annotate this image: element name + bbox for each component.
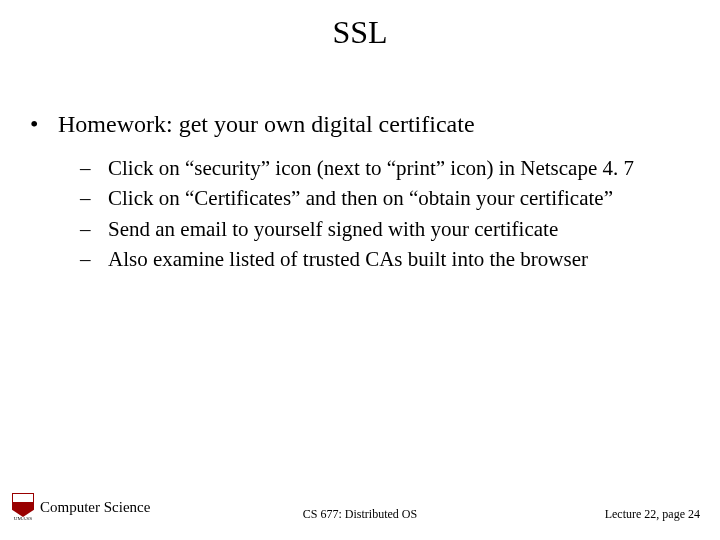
umass-logo-icon: UMASS (10, 492, 36, 522)
slide-content: • Homework: get your own digital certifi… (0, 51, 720, 273)
sub-bullet-text: Send an email to yourself signed with yo… (108, 215, 558, 243)
sub-bullet-text: Click on “security” icon (next to “print… (108, 154, 634, 182)
footer-department: Computer Science (40, 499, 150, 516)
footer-course: CS 677: Distributed OS (303, 507, 417, 522)
sub-bullet: – Send an email to yourself signed with … (80, 215, 690, 243)
slide-title: SSL (0, 0, 720, 51)
main-bullet: • Homework: get your own digital certifi… (30, 111, 690, 138)
footer-left: UMASS Computer Science (10, 492, 150, 522)
dash-marker: – (80, 245, 108, 273)
dash-marker: – (80, 154, 108, 182)
sub-bullet-list: – Click on “security” icon (next to “pri… (30, 146, 690, 273)
sub-bullet-text: Click on “Certificates” and then on “obt… (108, 184, 613, 212)
slide-footer: UMASS Computer Science CS 677: Distribut… (0, 492, 720, 522)
sub-bullet: – Click on “security” icon (next to “pri… (80, 154, 690, 182)
footer-page: Lecture 22, page 24 (605, 507, 700, 522)
dash-marker: – (80, 215, 108, 243)
main-bullet-text: Homework: get your own digital certifica… (58, 111, 475, 138)
sub-bullet: – Also examine listed of trusted CAs bui… (80, 245, 690, 273)
sub-bullet-text: Also examine listed of trusted CAs built… (108, 245, 588, 273)
dash-marker: – (80, 184, 108, 212)
sub-bullet: – Click on “Certificates” and then on “o… (80, 184, 690, 212)
bullet-marker: • (30, 111, 58, 138)
